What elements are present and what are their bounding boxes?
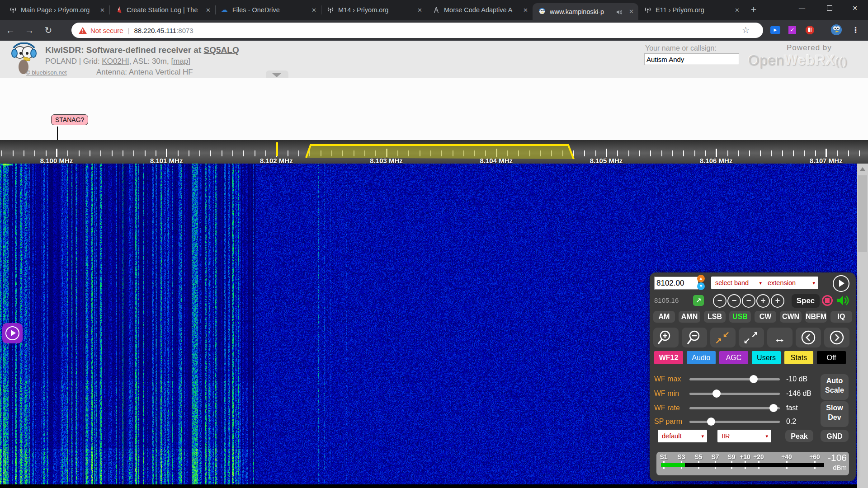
new-tab-button[interactable]: + bbox=[747, 4, 760, 16]
shift-band-button[interactable]: ↔ bbox=[767, 328, 793, 347]
callsign-link[interactable]: SQ5ALQ bbox=[204, 45, 239, 55]
tab-close-icon[interactable]: ✕ bbox=[100, 7, 105, 14]
record-button[interactable] bbox=[822, 295, 833, 306]
window-close-button[interactable]: ✕ bbox=[842, 0, 868, 16]
gnd-button[interactable]: GND bbox=[821, 430, 849, 442]
tab-close-icon[interactable]: ✕ bbox=[735, 7, 740, 14]
zoom-out-magnifier-button[interactable] bbox=[682, 328, 707, 347]
callsign-input[interactable] bbox=[644, 53, 739, 65]
tab-close-icon[interactable]: ✕ bbox=[629, 8, 634, 15]
window-minimize-button[interactable]: — bbox=[789, 0, 815, 16]
tab-close-icon[interactable]: ✕ bbox=[523, 7, 528, 14]
mode-cwn[interactable]: CWN bbox=[780, 311, 802, 323]
slider-track[interactable] bbox=[689, 393, 780, 395]
tab-close-icon[interactable]: ✕ bbox=[311, 7, 316, 14]
slider-track[interactable] bbox=[689, 378, 780, 380]
play-icon bbox=[11, 330, 16, 336]
zoom-in-button[interactable]: + bbox=[756, 294, 770, 308]
audio-start-button[interactable] bbox=[2, 323, 23, 343]
sp-parm-slider-thumb[interactable] bbox=[707, 418, 715, 426]
tab-users[interactable]: Users bbox=[752, 351, 781, 364]
tab-main-page[interactable]: Main Page › Priyom.org ✕ bbox=[4, 0, 109, 20]
mode-cw[interactable]: CW bbox=[755, 311, 776, 323]
adblock-hand-icon[interactable] bbox=[806, 26, 814, 34]
map-link[interactable]: [map] bbox=[171, 57, 190, 66]
back-button[interactable]: ← bbox=[3, 23, 18, 38]
scrollbar-up-icon[interactable] bbox=[860, 167, 865, 171]
scrollbar-thumb[interactable] bbox=[858, 175, 867, 252]
tab-close-icon[interactable]: ✕ bbox=[206, 7, 211, 14]
filter-dropdown[interactable]: IIR▾ bbox=[717, 430, 771, 442]
tab-close-icon[interactable]: ✕ bbox=[417, 7, 422, 14]
tab-m14-priyom[interactable]: M14 › Priyom.org ✕ bbox=[321, 0, 427, 20]
tab-morse-code[interactable]: Morse Code Adaptive A ✕ bbox=[427, 0, 533, 20]
panel-play-button[interactable] bbox=[833, 275, 849, 292]
zoom-out-max-button[interactable]: − bbox=[713, 294, 726, 308]
not-secure-label[interactable]: Not secure bbox=[90, 27, 123, 34]
page-scrollbar[interactable] bbox=[857, 164, 868, 488]
tab-off[interactable]: Off bbox=[817, 351, 846, 364]
auto-scale-button[interactable]: Auto Scale bbox=[821, 374, 849, 400]
tab-agc[interactable]: AGC bbox=[719, 351, 748, 364]
mode-am[interactable]: AM bbox=[653, 311, 675, 323]
page-right-button[interactable] bbox=[824, 328, 849, 347]
peak-button[interactable]: Peak bbox=[785, 430, 813, 442]
mode-lsb[interactable]: LSB bbox=[704, 311, 726, 323]
wf-max-slider-thumb[interactable] bbox=[750, 375, 758, 383]
tab-audio[interactable]: Audio bbox=[687, 351, 716, 364]
video-extension-icon[interactable]: ▶ bbox=[770, 26, 780, 34]
tab-audio-icon[interactable] bbox=[616, 9, 623, 14]
band-select-dropdown[interactable]: select band▾ bbox=[711, 277, 765, 289]
bluebison-credit-link[interactable]: © bluebison.net bbox=[26, 69, 67, 76]
wf-preset-dropdown[interactable]: default▾ bbox=[658, 430, 707, 442]
tab-e11-priyom[interactable]: E11 › Priyom.org ✕ bbox=[638, 0, 744, 20]
mode-usb[interactable]: USB bbox=[729, 311, 751, 323]
window-maximize-button[interactable] bbox=[816, 0, 843, 16]
grid-link[interactable]: KO02HI bbox=[102, 57, 129, 66]
frequency-link-button[interactable]: ↗ bbox=[693, 295, 704, 306]
tab-wf12[interactable]: WF12 bbox=[654, 351, 683, 364]
frequency-input[interactable] bbox=[654, 277, 698, 290]
reload-button[interactable]: ↻ bbox=[41, 23, 56, 38]
checkbox-extension-icon[interactable]: ✓ bbox=[788, 26, 796, 34]
slow-dev-button[interactable]: Slow Dev bbox=[821, 401, 849, 427]
slider-track[interactable] bbox=[689, 421, 780, 423]
page-left-button[interactable] bbox=[796, 328, 821, 347]
s-meter-bar bbox=[661, 463, 824, 467]
wf-rate-slider-thumb[interactable] bbox=[769, 404, 778, 412]
profile-avatar[interactable] bbox=[831, 24, 842, 35]
mode-nbfm[interactable]: NBFM bbox=[805, 311, 827, 323]
tab-kampinoski-active[interactable]: www.kampinoski-p ✕ bbox=[533, 3, 638, 20]
zoom-to-full-button[interactable]: ↗↙ bbox=[739, 328, 764, 347]
frequency-scale[interactable]: 8.100 MHz8.101 MHz8.102 MHz8.103 MHz8.10… bbox=[0, 140, 868, 164]
browser-menu-icon[interactable]: ⋮ bbox=[852, 25, 859, 35]
passband-fill[interactable] bbox=[306, 145, 574, 159]
mode-buttons: AM AMN LSB USB CW CWN NBFM IQ bbox=[653, 311, 852, 323]
forward-button[interactable]: → bbox=[22, 23, 37, 38]
extension-dropdown[interactable]: extension▾ bbox=[764, 277, 818, 289]
tab-station-log[interactable]: Create Station Log | The ✕ bbox=[109, 0, 215, 20]
tab-onedrive[interactable]: ☁ Files - OneDrive ✕ bbox=[215, 0, 321, 20]
station-log-icon bbox=[115, 6, 123, 14]
zoom-out-button[interactable]: − bbox=[742, 294, 755, 308]
dx-annotation-pointer bbox=[57, 127, 58, 140]
bookmark-star-icon[interactable]: ☆ bbox=[742, 25, 750, 35]
zoom-in-more-button[interactable]: + bbox=[771, 294, 784, 308]
passband-frequency-readout: 8105.16 bbox=[654, 296, 679, 304]
zoom-in-magnifier-button[interactable] bbox=[653, 328, 679, 347]
s-meter: S1S3S5S7S9+10+20+40+60 -106 dBm bbox=[656, 452, 849, 475]
mode-iq[interactable]: IQ bbox=[830, 311, 852, 323]
zoom-to-band-button[interactable]: ↙↗ bbox=[710, 328, 736, 347]
tab-stats[interactable]: Stats bbox=[784, 351, 813, 364]
tuning-marker[interactable] bbox=[276, 142, 278, 156]
address-bar[interactable]: ! Not secure | 88.220.45.111 :8073 ☆ bbox=[71, 23, 763, 38]
dx-annotation-label[interactable]: STANAG? bbox=[51, 114, 88, 125]
wf-min-slider-thumb[interactable] bbox=[712, 389, 721, 398]
frequency-up-button[interactable]: ▲ bbox=[697, 275, 705, 282]
frequency-down-button[interactable]: ▼ bbox=[697, 282, 705, 290]
mute-button[interactable] bbox=[836, 294, 849, 307]
zoom-out-more-button[interactable]: − bbox=[727, 294, 741, 308]
spectrum-toggle-button[interactable]: Spec bbox=[792, 294, 820, 308]
mode-amn[interactable]: AMN bbox=[679, 311, 700, 323]
slider-track[interactable] bbox=[689, 407, 780, 409]
